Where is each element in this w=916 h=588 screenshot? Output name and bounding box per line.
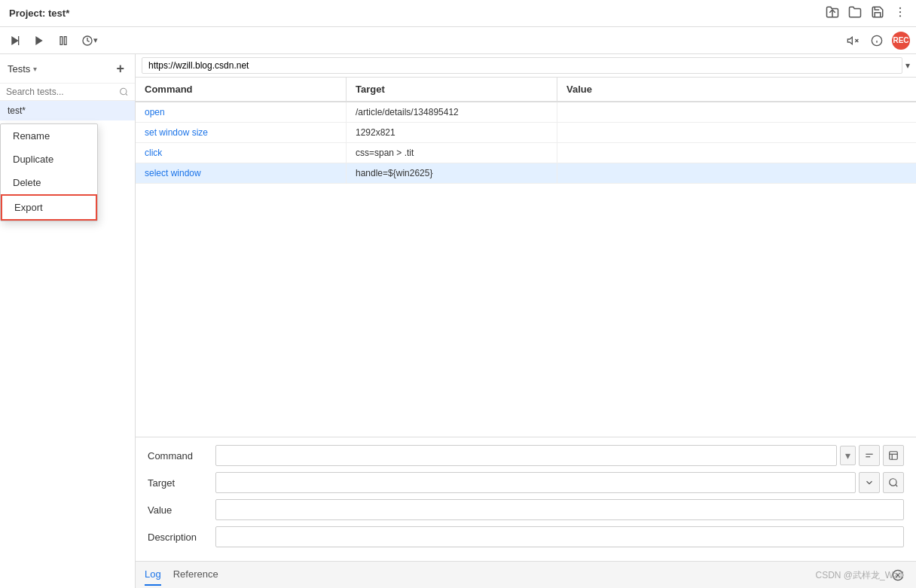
value-cell xyxy=(557,102,916,122)
header-command: Command xyxy=(136,78,347,101)
target-cell: handle=${win2625} xyxy=(347,163,557,183)
header-value: Value xyxy=(557,78,916,101)
value-input-wrap xyxy=(215,499,904,520)
toolbar: ▾ REC xyxy=(0,27,916,54)
record-button[interactable]: REC xyxy=(892,32,910,50)
target-cell: css=span > .tit xyxy=(347,143,557,163)
folder-icon[interactable] xyxy=(848,5,862,22)
context-menu-delete[interactable]: Delete xyxy=(1,171,97,194)
top-bar-icons xyxy=(826,5,907,22)
left-panel-header: Tests ▾ + xyxy=(0,54,135,84)
svg-point-1 xyxy=(899,7,901,8)
form-description-row: Description xyxy=(148,526,904,547)
command-dropdown-arrow[interactable]: ▾ xyxy=(840,446,856,465)
table-row[interactable]: set window size 1292x821 xyxy=(136,123,916,143)
test-item-test-star[interactable]: test* xyxy=(0,101,135,120)
tests-label: Tests xyxy=(8,63,30,75)
commands-table: Command Target Value open /article/detai… xyxy=(136,78,916,437)
target-input-wrap xyxy=(215,472,904,493)
svg-point-15 xyxy=(121,88,127,94)
context-menu-rename[interactable]: Rename xyxy=(1,124,97,148)
form-area: Command ▾ Target xyxy=(136,437,916,561)
value-cell xyxy=(557,123,916,142)
command-cell: click xyxy=(136,143,347,163)
value-cell xyxy=(557,163,916,183)
speed-button[interactable]: ▾ xyxy=(78,33,101,48)
url-dropdown-button[interactable]: ▾ xyxy=(905,60,910,71)
project-title: Project: test* xyxy=(9,8,69,19)
bottom-tabs-left: Log Reference xyxy=(145,564,218,586)
table-header: Command Target Value xyxy=(136,78,916,102)
context-menu-duplicate[interactable]: Duplicate xyxy=(1,148,97,171)
command-cell: set window size xyxy=(136,123,347,142)
svg-rect-8 xyxy=(64,36,66,44)
run-button[interactable] xyxy=(30,33,48,48)
left-panel: Tests ▾ + test* Rename Duplicate Delete … xyxy=(0,54,136,588)
open-folder-icon[interactable] xyxy=(826,5,839,22)
command-cell: open xyxy=(136,102,347,122)
search-box xyxy=(0,84,135,101)
url-bar: ▾ xyxy=(136,54,916,78)
table-row[interactable]: select window handle=${win2625} xyxy=(136,163,916,184)
context-menu: Rename Duplicate Delete Export xyxy=(0,123,98,221)
tab-reference[interactable]: Reference xyxy=(173,564,218,586)
form-command-row: Command ▾ xyxy=(148,445,904,466)
info-button[interactable] xyxy=(868,33,886,48)
svg-rect-7 xyxy=(60,36,63,44)
target-select-button[interactable] xyxy=(859,472,880,493)
docs-button[interactable] xyxy=(883,445,904,466)
top-bar: Project: test* xyxy=(0,0,916,27)
more-icon[interactable] xyxy=(893,5,907,22)
command-input-wrap: ▾ xyxy=(215,445,904,466)
value-label: Value xyxy=(148,504,215,516)
add-test-button[interactable]: + xyxy=(113,60,127,77)
svg-point-3 xyxy=(899,15,901,17)
description-label: Description xyxy=(148,532,215,543)
svg-marker-6 xyxy=(35,36,42,45)
rec-label: REC xyxy=(893,36,908,44)
save-icon[interactable] xyxy=(871,5,884,22)
header-target: Target xyxy=(347,78,557,101)
command-cell: select window xyxy=(136,163,347,183)
tests-dropdown[interactable]: Tests ▾ xyxy=(8,63,37,75)
form-target-row: Target xyxy=(148,472,904,493)
url-input[interactable] xyxy=(142,57,902,74)
mute-button[interactable] xyxy=(844,33,862,48)
form-value-row: Value xyxy=(148,499,904,520)
svg-point-22 xyxy=(890,479,896,486)
command-label: Command xyxy=(148,450,215,462)
bottom-tabs: Log Reference xyxy=(136,561,916,588)
svg-rect-19 xyxy=(890,452,898,460)
target-input[interactable] xyxy=(215,472,856,493)
command-input[interactable] xyxy=(215,445,837,466)
table-row[interactable]: open /article/details/134895412 xyxy=(136,102,916,123)
svg-marker-10 xyxy=(847,37,852,44)
comment-button[interactable] xyxy=(859,445,880,466)
value-input[interactable] xyxy=(215,499,904,520)
svg-point-2 xyxy=(899,11,901,12)
watermark: CSDN @武样龙_Wzill xyxy=(815,569,904,582)
tab-log[interactable]: Log xyxy=(145,564,161,586)
target-cell: /article/details/134895412 xyxy=(347,102,557,122)
description-input[interactable] xyxy=(215,526,904,547)
svg-line-16 xyxy=(126,93,127,95)
right-panel: ▾ Command Target Value open /article/det… xyxy=(136,54,916,588)
search-input[interactable] xyxy=(6,87,116,97)
context-menu-export[interactable]: Export xyxy=(1,194,97,221)
main-layout: Tests ▾ + test* Rename Duplicate Delete … xyxy=(0,54,916,588)
search-icon xyxy=(119,87,129,97)
table-row[interactable]: click css=span > .tit xyxy=(136,143,916,163)
value-cell xyxy=(557,143,916,163)
svg-marker-4 xyxy=(11,36,18,45)
target-cell: 1292x821 xyxy=(347,123,557,142)
run-all-button[interactable] xyxy=(6,33,24,48)
target-find-button[interactable] xyxy=(883,472,904,493)
tests-dropdown-arrow: ▾ xyxy=(33,65,37,73)
description-input-wrap xyxy=(215,526,904,547)
target-label: Target xyxy=(148,477,215,489)
svg-line-23 xyxy=(896,485,898,487)
pause-button[interactable] xyxy=(54,33,72,48)
